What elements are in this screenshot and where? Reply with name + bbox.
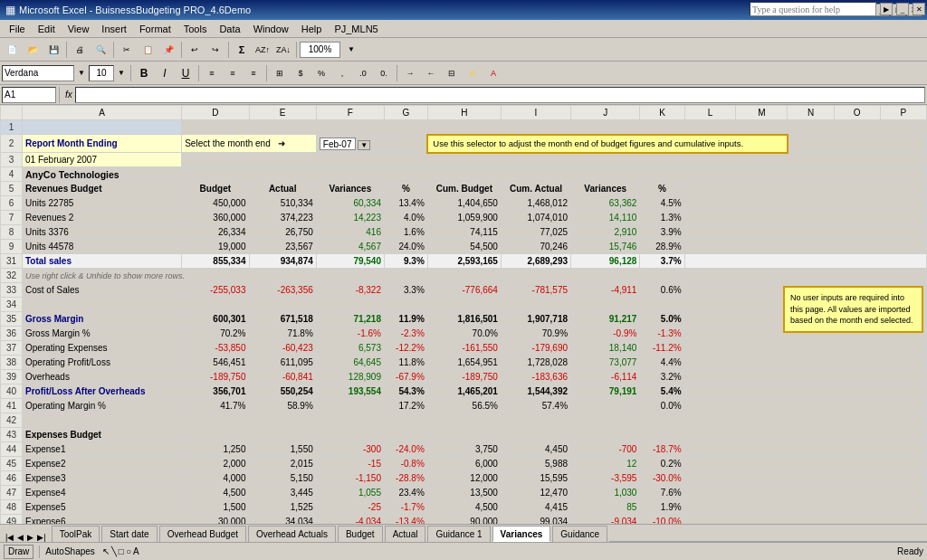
cell-g48[interactable]: -1.7% bbox=[384, 500, 427, 515]
arrow-tool[interactable]: ↖ bbox=[102, 546, 110, 556]
cell-i6[interactable]: 1,468,012 bbox=[501, 196, 570, 211]
cell-k36[interactable]: -1.3% bbox=[640, 327, 684, 341]
cell-g45[interactable]: -0.8% bbox=[384, 457, 427, 471]
cell-k8[interactable]: 3.9% bbox=[640, 225, 684, 240]
cell-f31[interactable]: 79,540 bbox=[316, 254, 384, 269]
col-header-i[interactable]: I bbox=[501, 106, 570, 120]
tab-budget[interactable]: Budget bbox=[338, 526, 383, 542]
menu-format[interactable]: Format bbox=[134, 22, 177, 36]
cell-a41[interactable]: Operating Margin % bbox=[23, 399, 182, 413]
cell-k46[interactable]: -30.0% bbox=[640, 471, 684, 486]
cell-i7[interactable]: 1,074,010 bbox=[501, 211, 570, 225]
cell-h49[interactable]: 90,000 bbox=[427, 515, 501, 524]
line-tool[interactable]: ╲ bbox=[111, 546, 117, 556]
cell-h35[interactable]: 1,816,501 bbox=[427, 312, 501, 327]
cell-f6[interactable]: 60,334 bbox=[316, 196, 384, 211]
cell-e36[interactable]: 71.8% bbox=[249, 327, 316, 341]
cell-a38[interactable]: Operating Profit/Loss bbox=[23, 356, 182, 370]
cell-g38[interactable]: 11.8% bbox=[384, 356, 427, 370]
cell-a48[interactable]: Expense5 bbox=[23, 500, 182, 515]
col-header-g[interactable]: G bbox=[384, 106, 427, 120]
cell-h7[interactable]: 1,059,900 bbox=[427, 211, 501, 225]
menu-window[interactable]: Window bbox=[248, 22, 294, 36]
tab-overheadbudget[interactable]: Overhead Budget bbox=[159, 526, 246, 542]
new-button[interactable]: 📄 bbox=[2, 40, 22, 60]
cell-e37[interactable]: -60,423 bbox=[249, 341, 316, 356]
paste-button[interactable]: 📌 bbox=[158, 40, 178, 60]
cell-a6[interactable]: Units 22785 bbox=[23, 196, 182, 211]
font-name-dropdown[interactable]: ▼ bbox=[75, 63, 88, 83]
font-color-button[interactable]: A bbox=[483, 63, 503, 83]
cell-j6[interactable]: 63,362 bbox=[571, 196, 640, 211]
cell-h31[interactable]: 2,593,165 bbox=[427, 254, 501, 269]
cell-j9[interactable]: 15,746 bbox=[571, 240, 640, 254]
menu-view[interactable]: View bbox=[62, 22, 95, 36]
cut-button[interactable]: ✂ bbox=[117, 40, 137, 60]
tab-last-button[interactable]: ▶| bbox=[35, 533, 47, 542]
cell-h36[interactable]: 70.0% bbox=[427, 327, 501, 341]
cell-a39[interactable]: Overheads bbox=[23, 370, 182, 384]
cell-e31[interactable]: 934,874 bbox=[249, 254, 316, 269]
cell-k7[interactable]: 1.3% bbox=[640, 211, 684, 225]
col-header-m[interactable]: M bbox=[736, 106, 788, 120]
cell-e45[interactable]: 2,015 bbox=[249, 457, 316, 471]
cell-k41[interactable]: 0.0% bbox=[640, 399, 684, 413]
cell-g36[interactable]: -2.3% bbox=[384, 327, 427, 341]
cell-d39[interactable]: -189,750 bbox=[182, 370, 249, 384]
cell-g47[interactable]: 23.4% bbox=[384, 486, 427, 500]
cell-a40[interactable]: Profit/Loss After Overheads bbox=[23, 384, 182, 399]
cell-h37[interactable]: -161,550 bbox=[427, 341, 501, 356]
cell-j41[interactable] bbox=[571, 399, 640, 413]
cell-a3[interactable]: 01 February 2007 bbox=[23, 153, 182, 167]
tab-overheadactuals[interactable]: Overhead Actuals bbox=[248, 526, 336, 542]
cell-h45[interactable]: 6,000 bbox=[427, 457, 501, 471]
cell-i44[interactable]: 4,450 bbox=[501, 442, 570, 457]
cell-f38[interactable]: 64,645 bbox=[316, 356, 384, 370]
oval-tool[interactable]: ○ bbox=[126, 546, 131, 556]
cell-f37[interactable]: 6,573 bbox=[316, 341, 384, 356]
cell-f46[interactable]: -1,150 bbox=[316, 471, 384, 486]
cell-g33[interactable]: 3.3% bbox=[384, 283, 427, 298]
menu-edit[interactable]: Edit bbox=[33, 22, 61, 36]
cell-f9[interactable]: 4,567 bbox=[316, 240, 384, 254]
cell-f33[interactable]: -8,322 bbox=[316, 283, 384, 298]
sort-asc-button[interactable]: AZ↑ bbox=[253, 40, 272, 60]
tab-guidance[interactable]: Guidance bbox=[552, 526, 607, 542]
cell-j46[interactable]: -3,595 bbox=[571, 471, 640, 486]
align-left[interactable]: ≡ bbox=[202, 63, 222, 83]
cell-k9[interactable]: 28.9% bbox=[640, 240, 684, 254]
cell-f7[interactable]: 14,223 bbox=[316, 211, 384, 225]
increase-decimal[interactable]: .0 bbox=[353, 63, 373, 83]
cell-d7[interactable]: 360,000 bbox=[182, 211, 249, 225]
cell-h39[interactable]: -189,750 bbox=[427, 370, 501, 384]
print-button[interactable]: 🖨 bbox=[70, 40, 90, 60]
cell-g6[interactable]: 13.4% bbox=[384, 196, 427, 211]
cell-a9[interactable]: Units 44578 bbox=[23, 240, 182, 254]
tab-startdate[interactable]: Start date bbox=[101, 526, 157, 542]
undo-button[interactable]: ↩ bbox=[185, 40, 205, 60]
col-header-l[interactable]: L bbox=[684, 106, 736, 120]
cell-h48[interactable]: 4,500 bbox=[427, 500, 501, 515]
increase-indent[interactable]: → bbox=[400, 63, 420, 83]
cell-k38[interactable]: 4.4% bbox=[640, 356, 684, 370]
percent-button[interactable]: % bbox=[311, 63, 331, 83]
sort-desc-button[interactable]: ZA↓ bbox=[273, 40, 293, 60]
cell-i31[interactable]: 2,689,293 bbox=[501, 254, 570, 269]
cell-f36[interactable]: -1.6% bbox=[316, 327, 384, 341]
cell-i40[interactable]: 1,544,392 bbox=[501, 384, 570, 399]
cell-g35[interactable]: 11.9% bbox=[384, 312, 427, 327]
open-button[interactable]: 📂 bbox=[23, 40, 43, 60]
cell-a49[interactable]: Expense6 bbox=[23, 515, 182, 524]
col-header-a[interactable]: A bbox=[23, 106, 182, 120]
autoshapes-button[interactable]: AutoShapes bbox=[42, 545, 99, 559]
cell-i46[interactable]: 15,595 bbox=[501, 471, 570, 486]
cell-d1[interactable] bbox=[182, 120, 249, 135]
cell-d44[interactable]: 1,250 bbox=[182, 442, 249, 457]
cell-a37[interactable]: Operating Expenses bbox=[23, 341, 182, 356]
cell-a46[interactable]: Expense3 bbox=[23, 471, 182, 486]
cell-k40[interactable]: 5.4% bbox=[640, 384, 684, 399]
cell-a35[interactable]: Gross Margin bbox=[23, 312, 182, 327]
cell-d6[interactable]: 450,000 bbox=[182, 196, 249, 211]
cell-g49[interactable]: -13.4% bbox=[384, 515, 427, 524]
cell-e8[interactable]: 26,750 bbox=[249, 225, 316, 240]
